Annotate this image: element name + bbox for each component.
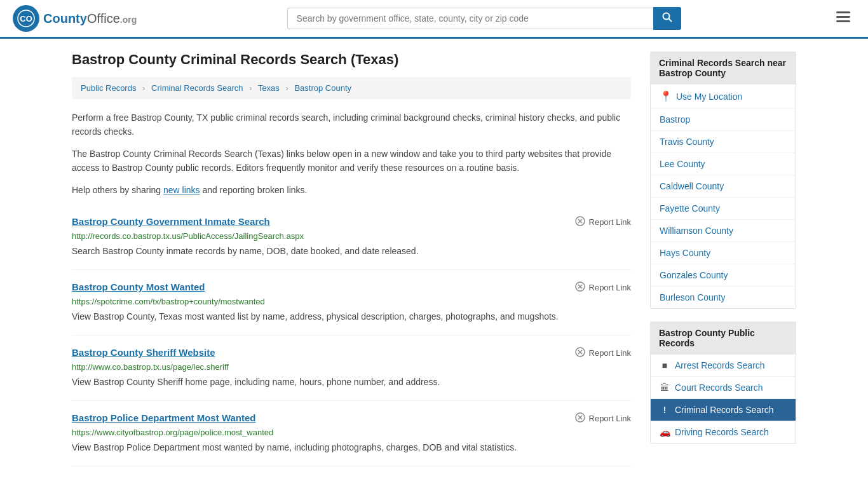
- record-url-2[interactable]: http://www.co.bastrop.tx.us/page/lec.she…: [72, 362, 631, 372]
- site-header: CO CountyOffice.org: [0, 0, 868, 39]
- record-entry-3: Bastrop Police Department Most Wanted Re…: [72, 401, 631, 466]
- logo-text: CountyOffice.org: [43, 11, 137, 26]
- nearby-item-link-3[interactable]: Caldwell County: [660, 181, 724, 191]
- nearby-item-link-2[interactable]: Lee County: [660, 159, 705, 169]
- public-records-section: Bastrop County Public Records ■Arrest Re…: [650, 322, 796, 444]
- nearby-item-link-0[interactable]: Bastrop: [660, 114, 690, 125]
- report-icon-3: [575, 412, 585, 425]
- nearby-section: Criminal Records Search near Bastrop Cou…: [650, 51, 796, 309]
- nearby-item-3[interactable]: Caldwell County: [651, 175, 796, 198]
- record-title-2[interactable]: Bastrop County Sheriff Website: [72, 347, 215, 358]
- content-area: Bastrop County Criminal Records Search (…: [72, 51, 631, 466]
- record-desc-0: Search Bastrop County inmate records by …: [72, 245, 631, 258]
- nearby-item-2[interactable]: Lee County: [651, 153, 796, 175]
- nearby-items: BastropTravis CountyLee CountyCaldwell C…: [651, 109, 796, 308]
- report-link-button-1[interactable]: Report Link: [575, 281, 631, 294]
- description-para3: Help others by sharing new links and rep…: [72, 183, 631, 197]
- logo-icon: CO: [13, 5, 39, 32]
- description-para1: Perform a free Bastrop County, TX public…: [72, 111, 631, 139]
- svg-rect-4: [836, 11, 850, 13]
- report-link-button-3[interactable]: Report Link: [575, 412, 631, 425]
- record-url-1[interactable]: https://spotcrime.com/tx/bastrop+county/…: [72, 297, 631, 306]
- breadcrumb: Public Records › Criminal Records Search…: [72, 77, 631, 99]
- public-records-item-link-1[interactable]: Court Records Search: [675, 383, 763, 393]
- nearby-item-1[interactable]: Travis County: [651, 131, 796, 153]
- record-header-0: Bastrop County Government Inmate Search …: [72, 216, 631, 229]
- nearby-item-7[interactable]: Gonzales County: [651, 264, 796, 287]
- logo[interactable]: CO CountyOffice.org: [13, 5, 137, 32]
- public-records-item-3[interactable]: 🚗Driving Records Search: [651, 421, 796, 443]
- location-pin-icon: 📍: [660, 90, 672, 102]
- public-records-list: ■Arrest Records Search🏛Court Records Sea…: [650, 355, 796, 444]
- nearby-item-link-5[interactable]: Williamson County: [660, 226, 733, 236]
- svg-text:CO: CO: [20, 14, 32, 24]
- description-para2: The Bastrop County Criminal Records Sear…: [72, 147, 631, 175]
- search-input[interactable]: [287, 8, 653, 29]
- nearby-item-6[interactable]: Hays County: [651, 242, 796, 264]
- nearby-item-5[interactable]: Williamson County: [651, 220, 796, 242]
- search-area: [287, 7, 681, 30]
- public-records-item-0[interactable]: ■Arrest Records Search: [651, 355, 796, 377]
- records-list: Bastrop County Government Inmate Search …: [72, 205, 631, 466]
- report-link-label-2: Report Link: [589, 348, 631, 358]
- hamburger-icon: [836, 11, 850, 23]
- use-location-link[interactable]: Use My Location: [676, 92, 742, 102]
- nearby-item-4[interactable]: Fayette County: [651, 198, 796, 220]
- record-header-1: Bastrop County Most Wanted Report Link: [72, 281, 631, 294]
- nearby-item-link-1[interactable]: Travis County: [660, 137, 714, 147]
- arrest-records-icon: ■: [660, 360, 670, 370]
- main-container: Bastrop County Criminal Records Search (…: [53, 39, 815, 479]
- nearby-item-8[interactable]: Burleson County: [651, 287, 796, 308]
- public-records-item-label-2: Criminal Records Search: [675, 405, 774, 415]
- breadcrumb-texas[interactable]: Texas: [258, 83, 280, 93]
- nearby-heading: Criminal Records Search near Bastrop Cou…: [650, 51, 796, 85]
- report-link-button-0[interactable]: Report Link: [575, 216, 631, 229]
- breadcrumb-criminal-records[interactable]: Criminal Records Search: [151, 83, 243, 93]
- record-url-0[interactable]: http://records.co.bastrop.tx.us/PublicAc…: [72, 231, 631, 241]
- svg-point-2: [663, 13, 669, 20]
- record-desc-2: View Bastrop County Sheriff home page, i…: [72, 376, 631, 389]
- report-icon-0: [575, 216, 585, 229]
- public-records-item-link-0[interactable]: Arrest Records Search: [675, 360, 765, 370]
- record-title-1[interactable]: Bastrop County Most Wanted: [72, 281, 205, 292]
- report-link-label-1: Report Link: [589, 283, 631, 292]
- report-icon-2: [575, 347, 585, 360]
- search-icon: [662, 12, 672, 22]
- record-entry-0: Bastrop County Government Inmate Search …: [72, 205, 631, 270]
- nearby-list: 📍 Use My Location BastropTravis CountyLe…: [650, 85, 796, 309]
- record-header-2: Bastrop County Sheriff Website Report Li…: [72, 347, 631, 360]
- record-url-3[interactable]: https://www.cityofbastrop.org/page/polic…: [72, 428, 631, 437]
- sidebar: Criminal Records Search near Bastrop Cou…: [650, 51, 796, 466]
- record-title-0[interactable]: Bastrop County Government Inmate Search: [72, 216, 270, 227]
- svg-rect-5: [836, 16, 850, 18]
- public-records-items: ■Arrest Records Search🏛Court Records Sea…: [651, 355, 796, 443]
- record-desc-1: View Bastrop County, Texas most wanted l…: [72, 310, 631, 323]
- search-button[interactable]: [653, 7, 681, 30]
- public-records-item-1[interactable]: 🏛Court Records Search: [651, 377, 796, 399]
- svg-rect-6: [836, 20, 850, 22]
- menu-button[interactable]: [831, 8, 855, 29]
- nearby-item-link-7[interactable]: Gonzales County: [660, 270, 728, 280]
- header-right: [831, 8, 855, 29]
- nearby-item-link-8[interactable]: Burleson County: [660, 292, 726, 302]
- report-link-label-3: Report Link: [589, 414, 631, 423]
- report-link-button-2[interactable]: Report Link: [575, 347, 631, 360]
- breadcrumb-public-records[interactable]: Public Records: [81, 83, 136, 93]
- public-records-heading: Bastrop County Public Records: [650, 322, 796, 355]
- breadcrumb-bastrop-county[interactable]: Bastrop County: [294, 83, 351, 93]
- use-my-location-item[interactable]: 📍 Use My Location: [651, 85, 796, 109]
- nearby-item-link-4[interactable]: Fayette County: [660, 203, 720, 214]
- nearby-item-link-6[interactable]: Hays County: [660, 248, 710, 258]
- new-links-link[interactable]: new links: [163, 185, 200, 195]
- svg-line-3: [668, 19, 672, 22]
- record-header-3: Bastrop Police Department Most Wanted Re…: [72, 412, 631, 425]
- report-icon-1: [575, 281, 585, 294]
- public-records-item-2[interactable]: !Criminal Records Search: [651, 399, 796, 421]
- record-entry-2: Bastrop County Sheriff Website Report Li…: [72, 336, 631, 401]
- nearby-item-0[interactable]: Bastrop: [651, 109, 796, 131]
- driving-records-icon: 🚗: [660, 427, 670, 437]
- page-title: Bastrop County Criminal Records Search (…: [72, 51, 631, 68]
- report-link-label-0: Report Link: [589, 217, 631, 227]
- record-title-3[interactable]: Bastrop Police Department Most Wanted: [72, 412, 255, 423]
- public-records-item-link-3[interactable]: Driving Records Search: [675, 427, 769, 437]
